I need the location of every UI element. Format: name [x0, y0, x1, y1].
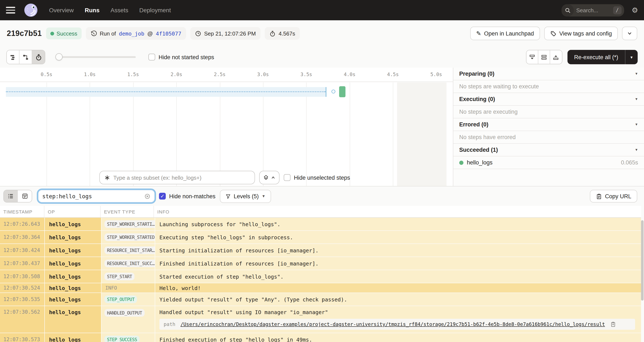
copy-url-button[interactable]: Copy URL — [590, 190, 637, 202]
expand-bottom-panel-button[interactable] — [526, 50, 538, 64]
zoom-slider[interactable] — [56, 50, 136, 64]
gridline — [176, 82, 177, 186]
output-path-box: path/Users/erincochran/Desktop/dagster-e… — [160, 319, 635, 330]
dagster-run-page: OverviewRunsAssetsDeployment Search... /… — [0, 0, 644, 342]
log-row[interactable]: 12:07:30.524hello_logsINFOHello, world! — [0, 283, 641, 292]
status-section-title: Executing (0) — [459, 96, 495, 102]
log-list-view-button[interactable] — [4, 190, 18, 202]
view-tags-config-button[interactable]: View tags and config — [544, 27, 618, 40]
clear-filter-icon[interactable] — [144, 193, 150, 199]
copy-path-icon[interactable] — [610, 321, 616, 327]
waterfall-view-button[interactable] — [20, 50, 32, 64]
split-panels-button[interactable] — [538, 50, 550, 64]
nav-item-deployment[interactable]: Deployment — [139, 7, 171, 14]
timed-view-button[interactable] — [32, 50, 45, 64]
axis-tick: 1.5s — [127, 72, 139, 77]
chevron-up-icon — [270, 175, 276, 180]
gear-icon[interactable]: ⚙ — [632, 6, 638, 14]
log-info-text: Handled output "result" using IO manager… — [160, 309, 328, 315]
commit-link[interactable]: 4f105077 — [156, 30, 181, 36]
log-structured-view-button[interactable] — [18, 190, 32, 202]
flat-view-button[interactable] — [7, 50, 20, 64]
dagster-logo-icon[interactable] — [24, 3, 38, 17]
log-table-rows: 12:07:26.643hello_logsSTEP_WORKER_STARTI… — [0, 218, 644, 342]
chevron-down-icon — [627, 30, 632, 36]
hide-unselected-checkbox[interactable]: Hide unselected steps — [284, 174, 350, 181]
zoom-slider-knob[interactable] — [56, 53, 62, 60]
hide-not-started-checkbox[interactable]: Hide not started steps — [148, 54, 214, 60]
job-link[interactable]: demo_job — [119, 30, 144, 36]
duration-pill: 4.567s — [265, 27, 300, 40]
more-actions-button[interactable] — [622, 27, 637, 40]
log-row[interactable]: 12:07:30.562hello_logsHANDLED_OUTPUTHand… — [0, 306, 641, 333]
caret-down-icon: ▼ — [635, 148, 638, 152]
reexecute-all-button: Re-execute all (*) ▾ — [567, 50, 638, 64]
log-row[interactable]: 12:07:30.573hello_logsSTEP_SUCCESSFinish… — [0, 333, 641, 342]
pencil-icon: ✎ — [476, 30, 481, 36]
checkbox-checked-icon[interactable]: ✓ — [159, 193, 166, 200]
log-view-mode-group — [4, 190, 32, 202]
log-info-cell: Starting initialization of resources [io… — [155, 244, 641, 256]
nav-item-assets[interactable]: Assets — [110, 7, 128, 14]
status-badge: Success — [46, 28, 82, 39]
log-event-type-cell: STEP_WORKER_STARTED — [102, 231, 155, 244]
gridline — [220, 82, 220, 186]
log-timestamp: 12:07:30.535 — [0, 293, 44, 306]
status-dot-icon — [50, 32, 54, 35]
levels-dropdown[interactable]: Levels (5) ▼ — [220, 190, 271, 203]
status-section-header[interactable]: Preparing (0)▼ — [453, 68, 644, 80]
chevron-down-icon: ▼ — [262, 194, 266, 198]
log-row[interactable]: 12:07:30.437hello_logsRESOURCE_INIT_SUCC… — [0, 257, 641, 270]
nav-item-overview[interactable]: Overview — [49, 7, 74, 14]
search-input[interactable]: Search... / — [562, 4, 624, 16]
gantt-start-marker-icon — [332, 90, 335, 94]
zoom-slider-track[interactable] — [56, 56, 136, 58]
run-status-panel: Preparing (0)▼No steps are waiting to ex… — [453, 68, 644, 186]
history-icon — [90, 30, 97, 36]
nav-item-runs[interactable]: Runs — [85, 7, 100, 14]
output-path-link[interactable]: /Users/erincochran/Desktop/dagster-examp… — [180, 321, 605, 327]
reexecute-all-label[interactable]: Re-execute all (*) — [567, 50, 625, 64]
caret-down-icon: ▼ — [635, 72, 638, 76]
status-section-header[interactable]: Succeeded (1)▼ — [453, 144, 644, 156]
graph-query-toggle-button[interactable] — [259, 171, 280, 184]
log-timestamp: 12:07:30.437 — [0, 257, 44, 270]
log-op-name: hello_logs — [45, 333, 101, 342]
axis-tick: 4.5s — [387, 72, 399, 77]
gridline — [350, 82, 350, 186]
log-op-name: hello_logs — [45, 257, 101, 270]
expand-top-panel-button[interactable] — [550, 50, 562, 64]
log-filter-input[interactable]: step:hello_logs — [38, 190, 155, 202]
log-row[interactable]: 12:07:30.424hello_logsRESOURCE_INIT_STAR… — [0, 244, 641, 256]
log-row[interactable]: 12:07:30.508hello_logsSTEP_STARTStarted … — [0, 270, 641, 283]
open-in-launchpad-button[interactable]: ✎ Open in Launchpad — [470, 27, 540, 40]
log-scrollbar-thumb[interactable] — [641, 220, 644, 300]
hide-non-matches-checkbox[interactable]: ✓ Hide non-matches — [159, 193, 216, 200]
step-subset-input[interactable]: Type a step subset (ex: hello_logs+) — [99, 171, 255, 184]
panel-layout-group — [526, 50, 562, 64]
reexecute-dropdown-caret[interactable]: ▾ — [625, 50, 638, 64]
gantt-step-bar-hello-logs[interactable] — [339, 86, 346, 97]
clipboard-icon — [596, 193, 602, 199]
status-section-title: Preparing (0) — [459, 70, 494, 77]
log-op-name: hello_logs — [45, 293, 101, 306]
clock-icon — [195, 30, 201, 36]
succeeded-step-row[interactable]: hello_logs0.065s — [453, 156, 644, 169]
status-section-header[interactable]: Executing (0)▼ — [453, 93, 644, 106]
log-row[interactable]: 12:07:30.535hello_logsSTEP_OUTPUTYielded… — [0, 293, 641, 306]
axis-tick: 0.5s — [40, 72, 52, 77]
timer-icon — [269, 30, 276, 36]
gantt-body — [0, 82, 453, 186]
axis-tick: 3.5s — [300, 72, 312, 77]
log-row[interactable]: 12:07:26.643hello_logsSTEP_WORKER_STARTI… — [0, 218, 641, 230]
checkbox-unchecked-icon[interactable] — [284, 174, 290, 181]
checkbox-unchecked-icon[interactable] — [148, 54, 155, 60]
status-section-header[interactable]: Errored (0)▼ — [453, 118, 644, 131]
hamburger-menu-icon[interactable] — [6, 7, 15, 14]
status-section-empty-text: No steps have errored — [453, 131, 644, 144]
log-event-type-cell: RESOURCE_INIT_STAR… — [102, 244, 155, 256]
gridline — [393, 82, 393, 186]
log-level-label: INFO — [104, 285, 117, 291]
log-row[interactable]: 12:07:30.364hello_logsSTEP_WORKER_STARTE… — [0, 231, 641, 244]
log-timestamp: 12:07:30.562 — [0, 306, 44, 333]
